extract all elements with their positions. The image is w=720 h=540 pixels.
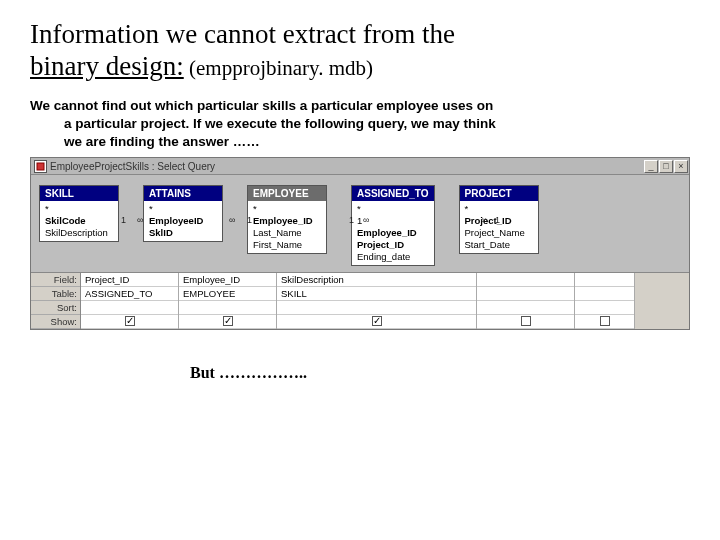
- cell-show[interactable]: [277, 315, 476, 329]
- table-attains[interactable]: ATTAINS * EmployeeID SklID: [143, 185, 223, 242]
- cell-sort[interactable]: [277, 301, 476, 315]
- query-design-window: EmployeeProjectSkills : Select Query _ □…: [30, 157, 690, 330]
- cell-sort[interactable]: [575, 301, 634, 315]
- slide-title: Information we cannot extract from the b…: [30, 18, 690, 83]
- cell-field[interactable]: [477, 273, 574, 287]
- table-skill[interactable]: SKILL * SkilCode SkilDescription: [39, 185, 119, 242]
- title-sub: (empprojbinary. mdb): [184, 56, 373, 80]
- relationship-pane: SKILL * SkilCode SkilDescription 1 ∞ ATT…: [31, 175, 689, 273]
- cell-sort[interactable]: [179, 301, 276, 315]
- table-employee[interactable]: EMPLOYEE * Employee_ID Last_Name First_N…: [247, 185, 327, 254]
- field-row[interactable]: SkilDescription: [40, 227, 118, 239]
- field-row[interactable]: *: [144, 203, 222, 215]
- table-header: ATTAINS: [144, 186, 222, 201]
- cell-field[interactable]: SkilDescription: [277, 273, 476, 287]
- field-row[interactable]: Start_Date: [460, 239, 538, 251]
- table-header: EMPLOYEE: [248, 186, 326, 201]
- grid-rowlabels: Field: Table: Sort: Show:: [31, 273, 81, 329]
- table-header: SKILL: [40, 186, 118, 201]
- cardinality-many: ∞: [363, 215, 369, 225]
- table-header: ASSIGNED_TO: [352, 186, 434, 201]
- cardinality-one: 1: [121, 215, 126, 225]
- cell-sort[interactable]: [81, 301, 178, 315]
- qbe-grid: Field: Table: Sort: Show: Project_ID ASS…: [31, 273, 689, 329]
- window-title: EmployeeProjectSkills : Select Query: [50, 161, 215, 172]
- cardinality-many: ∞: [481, 215, 487, 225]
- body-paragraph: We cannot find out which particular skil…: [30, 97, 690, 152]
- grid-column[interactable]: Employee_ID EMPLOYEE: [179, 273, 277, 329]
- para-line3: we are finding the answer ……: [64, 133, 690, 151]
- label-field: Field:: [31, 273, 80, 287]
- cell-table[interactable]: [477, 287, 574, 301]
- app-icon: [34, 160, 47, 173]
- cell-show[interactable]: [81, 315, 178, 329]
- cell-table[interactable]: ASSIGNED_TO: [81, 287, 178, 301]
- label-table: Table:: [31, 287, 80, 301]
- cardinality-one: 1: [247, 215, 252, 225]
- label-show: Show:: [31, 315, 80, 329]
- field-row[interactable]: *: [40, 203, 118, 215]
- checkbox-icon[interactable]: [600, 316, 610, 326]
- cell-field[interactable]: Project_ID: [81, 273, 178, 287]
- cardinality-many: ∞: [229, 215, 235, 225]
- para-line2: a particular project. If we execute the …: [64, 115, 690, 133]
- field-row[interactable]: Project_ID: [352, 239, 434, 251]
- table-header: PROJECT: [460, 186, 538, 201]
- cardinality-one: 1: [349, 215, 354, 225]
- cell-show[interactable]: [179, 315, 276, 329]
- cell-table[interactable]: SKILL: [277, 287, 476, 301]
- cardinality-one: 1: [495, 215, 500, 225]
- checkbox-icon[interactable]: [372, 316, 382, 326]
- field-row[interactable]: SkilCode: [40, 215, 118, 227]
- cell-field[interactable]: Employee_ID: [179, 273, 276, 287]
- grid-column[interactable]: Project_ID ASSIGNED_TO: [81, 273, 179, 329]
- field-row[interactable]: EmployeeID: [144, 215, 222, 227]
- field-row[interactable]: Project_Name: [460, 227, 538, 239]
- grid-column[interactable]: SkilDescription SKILL: [277, 273, 477, 329]
- field-row[interactable]: Employee_ID: [248, 215, 326, 227]
- field-row[interactable]: SklID: [144, 227, 222, 239]
- title-line1: Information we cannot extract from the: [30, 19, 455, 49]
- close-button[interactable]: ×: [674, 160, 688, 173]
- checkbox-icon[interactable]: [223, 316, 233, 326]
- field-row[interactable]: Last_Name: [248, 227, 326, 239]
- field-row[interactable]: *: [460, 203, 538, 215]
- cell-show[interactable]: [477, 315, 574, 329]
- cell-sort[interactable]: [477, 301, 574, 315]
- grid-column[interactable]: [575, 273, 635, 329]
- checkbox-icon[interactable]: [521, 316, 531, 326]
- checkbox-icon[interactable]: [125, 316, 135, 326]
- title-line2: binary design:: [30, 51, 184, 81]
- svg-rect-0: [37, 163, 44, 170]
- minimize-button[interactable]: _: [644, 160, 658, 173]
- para-line1: We cannot find out which particular skil…: [30, 98, 493, 113]
- field-row[interactable]: First_Name: [248, 239, 326, 251]
- field-row[interactable]: *: [352, 203, 434, 215]
- window-titlebar: EmployeeProjectSkills : Select Query _ □…: [31, 158, 689, 175]
- field-row[interactable]: Ending_date: [352, 251, 434, 263]
- label-sort: Sort:: [31, 301, 80, 315]
- cell-show[interactable]: [575, 315, 634, 329]
- but-text: But ……………..: [190, 364, 690, 382]
- maximize-button[interactable]: □: [659, 160, 673, 173]
- cell-table[interactable]: [575, 287, 634, 301]
- grid-column[interactable]: [477, 273, 575, 329]
- cardinality-many: ∞: [137, 215, 143, 225]
- cell-table[interactable]: EMPLOYEE: [179, 287, 276, 301]
- field-row[interactable]: *: [248, 203, 326, 215]
- cell-field[interactable]: [575, 273, 634, 287]
- table-assigned-to[interactable]: ASSIGNED_TO * 1 Employee_ID Project_ID E…: [351, 185, 435, 266]
- field-row[interactable]: Employee_ID: [352, 227, 434, 239]
